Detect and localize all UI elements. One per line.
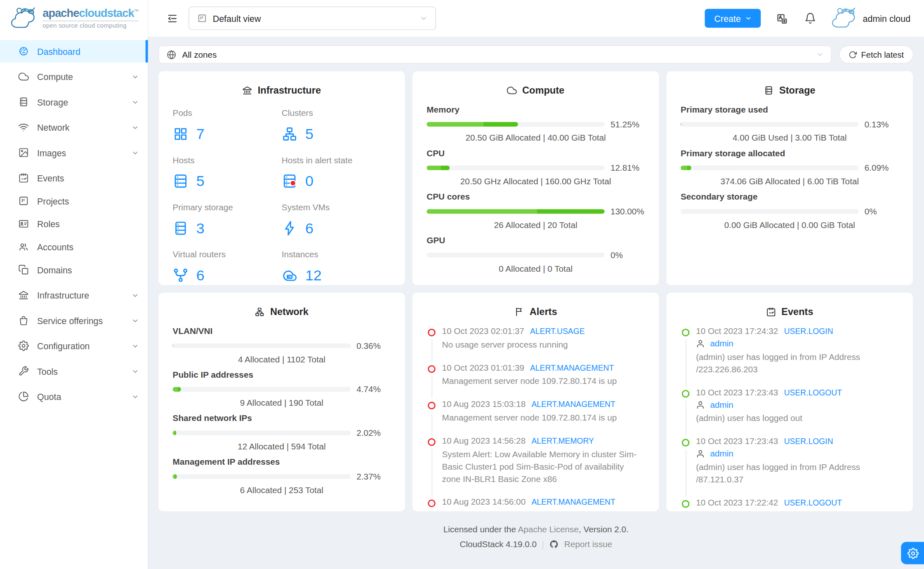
event-user-row: admin (696, 400, 898, 409)
sidebar-item-network[interactable]: Network (0, 116, 148, 138)
username[interactable]: admin cloud (863, 13, 911, 23)
sidebar-item-label: Infrastructure (37, 290, 89, 300)
usage-section: CPU12.81%20.50 GHz Allocated | 160.00 GH… (427, 148, 645, 186)
cloudstack-dashboard: apachecloudstack™ open source cloud comp… (0, 0, 924, 569)
user-icon (696, 339, 705, 348)
sidebar-item-accounts[interactable]: Accounts (0, 235, 148, 258)
stat-value[interactable]: 12 (282, 267, 391, 284)
github-icon (549, 540, 559, 549)
stat-value[interactable]: 3 (173, 220, 282, 237)
timeline-item: 10 Oct 2023 17:23:43USER.LOGOUTadmin(adm… (682, 388, 899, 425)
usage-label: Memory (427, 105, 645, 114)
usage-label: Management IP addresses (173, 457, 391, 467)
user-link[interactable]: admin (710, 449, 733, 458)
usage-detail: 374.06 GiB Allocated | 6.00 TiB Total (681, 177, 899, 186)
usage-label: Primary storage allocated (681, 148, 899, 158)
sidebar-item-images[interactable]: Images (0, 141, 148, 164)
timeline-description: (admin) user has logged out (696, 412, 898, 425)
user-link[interactable]: admin (710, 339, 733, 348)
usage-section: Primary storage used0.13%4.00 GiB Used |… (681, 105, 899, 142)
pie-chart-icon (18, 391, 29, 402)
card-title: Events (781, 306, 813, 317)
gear-icon (908, 548, 919, 559)
stat-number: 6 (196, 267, 205, 284)
menu-fold-icon[interactable] (167, 13, 178, 24)
progress-percent: 0.36% (356, 341, 391, 350)
app-logo[interactable]: apachecloudstack™ open source cloud comp… (0, 0, 148, 37)
dashboard-icon (18, 46, 29, 56)
create-button[interactable]: Create (705, 9, 761, 28)
timeline-time: 10 Aug 2023 15:03:18ALERT.MANAGEMENT (442, 400, 644, 409)
translate-icon[interactable] (776, 12, 788, 24)
infra-stat: Clusters5 (282, 108, 391, 143)
timeline-description: (admin) user has logged in from IP Addre… (696, 351, 898, 376)
sidebar-item-label: Quota (37, 391, 61, 401)
user-avatar[interactable] (830, 7, 858, 30)
sidebar-item-events[interactable]: Events (0, 167, 148, 189)
sidebar-item-domains[interactable]: Domains (0, 259, 148, 281)
progress-percent: 0.13% (865, 120, 899, 129)
chevron-down-icon (817, 51, 823, 58)
sidebar-item-tools[interactable]: Tools (0, 360, 148, 382)
settings-fab-button[interactable] (901, 542, 924, 564)
timeline-description: (admin) user has logged in from IP Addre… (696, 461, 898, 486)
chevron-down-icon (132, 99, 139, 105)
sidebar-item-storage[interactable]: Storage (0, 91, 148, 113)
sidebar-item-dashboard[interactable]: Dashboard (0, 40, 148, 62)
sidebar-item-projects[interactable]: Projects (0, 190, 148, 212)
timeline-tag-link[interactable]: ALERT.MEMORY (531, 437, 594, 445)
stat-value[interactable]: 6 (173, 267, 282, 284)
sidebar-item-configuration[interactable]: Configuration (0, 334, 148, 357)
refresh-icon (849, 50, 857, 59)
stat-number: 5 (305, 125, 314, 142)
sidebar-item-compute[interactable]: Compute (0, 66, 148, 88)
sidebar-item-roles[interactable]: Roles (0, 213, 148, 235)
progress-bar (427, 165, 604, 170)
timeline-tag-link[interactable]: ALERT.MANAGEMENT (531, 400, 615, 409)
sidebar-item-service-offerings[interactable]: Service offerings (0, 309, 148, 332)
timeline-tag-link[interactable]: USER.LOGIN (784, 437, 833, 446)
progress-bar (173, 474, 351, 479)
timeline-item: 10 Oct 2023 17:23:43USER.LOGINadmin(admi… (682, 437, 899, 486)
timeline-item: 10 Oct 2023 01:01:39ALERT.MANAGEMENTMana… (428, 363, 645, 388)
infra-stat: Pods7 (173, 108, 282, 143)
timeline-tag-link[interactable]: USER.LOGOUT (784, 388, 842, 397)
chevron-down-icon (132, 73, 139, 80)
apache-license-link[interactable]: Apache License (518, 525, 579, 534)
view-select[interactable]: Default view (189, 7, 436, 30)
timeline-tag-link[interactable]: ALERT.MANAGEMENT (530, 363, 614, 372)
network-card: Network VLAN/VNI0.36%4 Allocated | 1102 … (158, 293, 405, 511)
fetch-latest-button[interactable]: Fetch latest (839, 45, 913, 63)
main-content: All zones Fetch latest (148, 37, 924, 569)
sidebar-item-infrastructure[interactable]: Infrastructure (0, 284, 148, 306)
notifications-bell-icon[interactable] (804, 12, 816, 24)
card-title: Alerts (530, 306, 557, 317)
usage-detail: 26 Allocated | 20 Total (427, 220, 645, 230)
footer: Licensed under the Apache License, Versi… (158, 525, 913, 549)
usage-section: Shared network IPs2.02%12 Allocated | 59… (173, 414, 391, 451)
sidebar-item-quota[interactable]: Quota (0, 385, 148, 407)
timeline-tag-link[interactable]: USER.LOGIN (784, 327, 833, 336)
timeline-tag-link[interactable]: ALERT.USAGE (530, 327, 585, 336)
progress-percent: 2.37% (356, 472, 391, 481)
sidebar-item-label: Domains (37, 265, 72, 275)
project-icon (18, 195, 29, 206)
timeline-tag-link[interactable]: USER.LOGOUT (784, 498, 842, 507)
stat-value[interactable]: 5 (282, 125, 391, 142)
stat-value[interactable]: 0 (282, 173, 391, 190)
top-bar: Default view Create (148, 0, 924, 37)
timeline-item: 10 Oct 2023 17:22:42USER.LOGOUT (682, 498, 899, 507)
report-issue-link[interactable]: Report issue (564, 540, 612, 549)
user-link[interactable]: admin (710, 400, 733, 409)
zone-select[interactable]: All zones (158, 45, 831, 63)
card-title: Network (270, 306, 309, 317)
stat-number: 12 (305, 267, 322, 284)
usage-detail: 12 Allocated | 594 Total (173, 442, 391, 451)
timeline-tag-link[interactable]: ALERT.MANAGEMENT (531, 498, 615, 506)
stat-value[interactable]: 7 (173, 125, 282, 142)
timeline-item: 10 Aug 2023 15:03:18ALERT.MANAGEMENTMana… (428, 400, 645, 424)
chevron-down-icon (132, 317, 139, 324)
stat-value[interactable]: 6 (282, 220, 391, 237)
user-icon (696, 449, 705, 458)
stat-value[interactable]: 5 (173, 173, 282, 190)
